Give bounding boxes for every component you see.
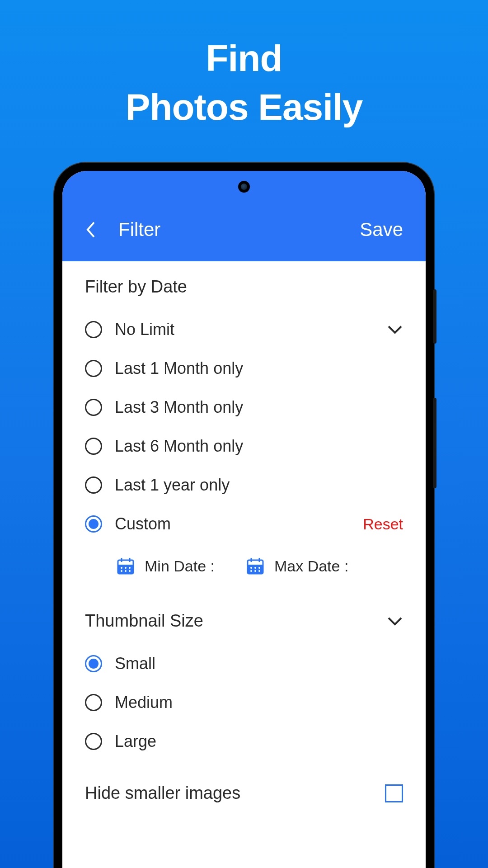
svg-point-15 — [254, 567, 256, 569]
filter-by-date-title: Filter by Date — [85, 277, 403, 297]
header-left: Filter — [85, 219, 160, 241]
radio-option-large[interactable]: Large — [85, 722, 403, 761]
chevron-down-icon — [387, 616, 403, 626]
radio-icon — [85, 694, 102, 711]
radio-label: Medium — [115, 693, 173, 712]
radio-option-3month[interactable]: Last 3 Month only — [85, 388, 403, 427]
radio-option-medium[interactable]: Medium — [85, 683, 403, 722]
max-date-label: Max Date : — [274, 557, 348, 575]
radio-option-6month[interactable]: Last 6 Month only — [85, 427, 403, 466]
phone-screen: Filter Save Filter by Date No Limit Last… — [62, 171, 426, 868]
radio-label: Small — [115, 654, 155, 673]
phone-side-button — [433, 398, 436, 488]
thumbnail-size-title: Thumbnail Size — [85, 611, 203, 631]
svg-point-8 — [125, 570, 127, 572]
radio-label: Large — [115, 732, 156, 751]
radio-option-1year[interactable]: Last 1 year only — [85, 466, 403, 505]
radio-option-small[interactable]: Small — [85, 644, 403, 683]
radio-icon — [85, 438, 102, 455]
svg-point-7 — [121, 570, 122, 572]
date-pickers: Min Date : Max Date : — [85, 543, 403, 593]
svg-point-18 — [254, 570, 256, 572]
max-date-picker[interactable]: Max Date : — [246, 557, 348, 575]
svg-point-14 — [250, 567, 252, 569]
radio-label: Last 3 Month only — [115, 398, 243, 417]
thumbnail-size-header[interactable]: Thumbnail Size — [85, 611, 403, 631]
hide-smaller-title: Hide smaller images — [85, 783, 240, 803]
phone-side-button — [433, 289, 436, 344]
radio-icon — [85, 360, 102, 377]
radio-label: Last 6 Month only — [115, 437, 243, 456]
svg-rect-1 — [118, 565, 133, 574]
hide-smaller-row[interactable]: Hide smaller images — [85, 783, 403, 803]
radio-icon — [85, 399, 102, 416]
checkbox-icon — [385, 784, 403, 802]
radio-label: Custom — [115, 514, 171, 533]
svg-point-5 — [125, 567, 127, 569]
promo-title: Find Photos Easily — [0, 0, 488, 130]
radio-label: Last 1 Month only — [115, 359, 243, 378]
radio-label: Last 1 year only — [115, 476, 230, 495]
thumbnail-size-section: Thumbnail Size Small Medium Large — [85, 611, 403, 761]
min-date-picker[interactable]: Min Date : — [117, 557, 215, 575]
svg-point-19 — [258, 570, 260, 572]
svg-point-16 — [258, 567, 260, 569]
content: Filter by Date No Limit Last 1 Month onl… — [62, 261, 426, 803]
radio-icon — [85, 476, 102, 494]
camera-notch — [238, 181, 250, 193]
min-date-label: Min Date : — [145, 557, 215, 575]
svg-point-4 — [121, 567, 122, 569]
radio-option-1month[interactable]: Last 1 Month only — [85, 349, 403, 388]
save-button[interactable]: Save — [360, 219, 403, 241]
radio-icon — [85, 321, 102, 338]
radio-icon — [85, 515, 102, 533]
phone-frame: Filter Save Filter by Date No Limit Last… — [54, 163, 434, 868]
promo-line1: Find — [0, 36, 488, 80]
chevron-down-icon[interactable] — [387, 325, 403, 335]
calendar-icon — [117, 557, 135, 575]
reset-button[interactable]: Reset — [363, 515, 403, 533]
svg-point-9 — [129, 570, 131, 572]
back-icon[interactable] — [85, 221, 96, 239]
svg-point-17 — [250, 570, 252, 572]
radio-label: No Limit — [115, 320, 174, 339]
radio-icon — [85, 733, 102, 750]
svg-point-6 — [129, 567, 131, 569]
page-title: Filter — [118, 219, 160, 241]
radio-icon — [85, 655, 102, 672]
svg-rect-11 — [248, 565, 263, 574]
radio-option-no-limit[interactable]: No Limit — [85, 310, 403, 349]
promo-line2: Photos Easily — [0, 85, 488, 129]
radio-option-custom[interactable]: Custom Reset — [85, 505, 403, 543]
calendar-icon — [246, 557, 264, 575]
